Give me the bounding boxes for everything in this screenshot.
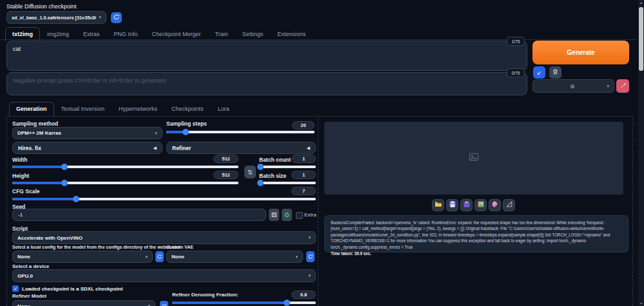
scroll-up-icon[interactable]: ▲ [638,1,644,5]
sampling-steps-value[interactable]: 20 [292,121,315,129]
send-to-inpaint-button[interactable] [503,199,515,211]
device-dropdown[interactable]: GPU.0 ▾ [12,269,316,282]
negative-prompt-token-counter: 0/75 [507,68,525,77]
slider-thumb[interactable] [257,180,264,186]
prompt-token-counter: 1/75 [507,37,525,46]
send-to-img2img-button[interactable] [474,199,487,211]
custom-vae-dropdown[interactable]: None ▾ [166,251,303,263]
local-config-refresh-button[interactable] [155,251,164,262]
refiner-accordion[interactable]: Refiner ◀ [166,142,316,154]
tab-checkpoints[interactable]: Checkpoints [164,102,211,116]
tab-generation[interactable]: Generation [9,102,54,116]
swap-dimensions-button[interactable]: ⇅ [244,166,256,178]
styles-dropdown[interactable]: ⊗ ▾ [532,79,614,93]
refresh-icon [113,13,120,23]
tab-hypernetworks[interactable]: Hypernetworks [112,102,164,116]
paste-generation-params-button[interactable]: ↙ [533,66,545,79]
refresh-icon [161,301,167,306]
save-image-button[interactable] [446,199,458,211]
height-label: Height [12,173,29,179]
reuse-seed-button[interactable]: ♻ [282,209,292,221]
refresh-icon [307,252,313,262]
chevron-down-icon: ▾ [152,131,157,136]
height-slider[interactable] [12,182,239,184]
sampling-method-label: Sampling method [12,120,58,127]
checkpoint-refresh-button[interactable] [111,12,122,23]
clear-styles-icon[interactable]: ⊗ [567,83,575,90]
chevron-down-icon: ▾ [293,254,298,260]
dice-icon: ⚄ [271,211,277,218]
sdxl-checkbox[interactable]: ✓ [12,285,19,292]
slider-thumb[interactable] [61,164,68,170]
brush-icon [620,81,627,91]
error-message-box: BackendCompilerFailed: backend='openvino… [324,215,629,253]
clear-prompt-button[interactable] [549,66,561,79]
scrollbar-thumb[interactable] [639,7,643,71]
right-panel-border [632,118,633,306]
prompt-input[interactable]: cat [6,41,527,71]
refiner-fraction-slider[interactable] [172,301,316,304]
width-label: Width [12,157,28,163]
batch-size-slider[interactable] [259,182,316,184]
checkpoint-dropdown[interactable]: sd_xl_base_1.0.safetensors [31e35c80fc] … [6,11,106,24]
batch-size-value[interactable]: 1 [291,171,316,179]
local-config-dropdown[interactable]: None ▾ [12,251,153,263]
generate-button[interactable]: Generate [532,41,629,64]
refiner-model-refresh-button[interactable] [160,301,168,306]
checkpoint-value: sd_xl_base_1.0.safetensors [31e35c80fc] [12,15,96,21]
save-zip-button[interactable] [460,199,473,211]
width-slider[interactable] [12,166,239,168]
refiner-model-dropdown[interactable]: None ▾ [12,300,155,306]
custom-vae-value: None [171,254,184,260]
slider-thumb[interactable] [182,129,189,135]
slider-thumb[interactable] [61,180,68,186]
error-text: BackendCompilerFailed: backend='openvino… [331,220,622,250]
scrollbar-track[interactable]: ▲ ▼ [638,0,644,306]
sampling-steps-slider[interactable] [166,131,315,133]
height-value[interactable]: 512 [213,171,239,179]
folder-icon [434,200,442,210]
sampling-method-dropdown[interactable]: DPM++ 2M Karras ▾ [12,127,162,139]
tab-textual-inversion[interactable]: Textual Inversion [54,102,112,116]
check-icon: ✓ [14,286,18,292]
cfg-scale-slider[interactable] [12,198,316,200]
negative-prompt-input[interactable] [6,72,527,95]
sdxl-checkbox-label: Loaded checkpoint is a SDXL checkpoint [22,286,122,292]
batch-count-slider[interactable] [259,166,316,168]
framed-picture-icon [477,200,485,210]
hires-fix-accordion[interactable]: Hires. fix ◀ [12,142,162,154]
extra-seed-checkbox[interactable] [296,212,303,219]
scroll-down-icon[interactable]: ▼ [638,301,644,305]
refiner-fraction-value[interactable]: 0.8 [291,291,316,299]
device-value: GPU.0 [17,273,33,279]
random-seed-button[interactable]: ⚄ [269,209,279,221]
cfg-scale-value[interactable]: 7 [291,187,316,195]
width-value[interactable]: 512 [213,155,239,163]
script-value: Accelerate with OpenVINO [17,235,83,241]
output-gallery[interactable] [324,122,623,195]
palette-icon [491,200,499,210]
send-to-extras-button[interactable] [489,199,501,211]
chevron-down-icon: ▾ [306,273,311,278]
time-taken-text: Time taken: 39.9 sec. [331,251,622,256]
slider-thumb[interactable] [73,196,79,202]
apply-styles-button[interactable] [616,79,629,93]
slider-thumb[interactable] [284,300,290,306]
seed-input[interactable] [12,209,266,221]
batch-count-value[interactable]: 1 [291,155,316,163]
tab-lora[interactable]: Lora [211,102,237,116]
local-config-label: Select a local config for the model from… [12,245,181,249]
collapse-icon: ◀ [307,146,310,151]
slider-thumb[interactable] [257,164,264,170]
script-dropdown[interactable]: Accelerate with OpenVINO ▾ [12,231,316,244]
arrow-down-left-icon: ↙ [537,70,542,76]
open-folder-button[interactable] [432,199,444,211]
chevron-down-icon: ▾ [96,15,101,20]
chevron-down-icon: ▾ [145,303,150,306]
refiner-model-label: Refiner Model [12,293,46,299]
left-panel-border [6,118,7,306]
chevron-down-icon: ▾ [142,254,148,260]
sub-tab-divider [5,116,634,117]
custom-vae-refresh-button[interactable] [306,251,315,262]
floppy-disk-icon [449,200,456,210]
